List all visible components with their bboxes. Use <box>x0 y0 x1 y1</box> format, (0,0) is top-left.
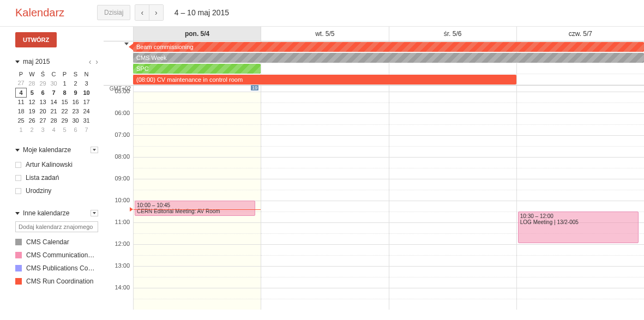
dow-header: P <box>16 69 27 79</box>
calendar-item[interactable]: CMS Communication… <box>15 249 98 262</box>
mini-day[interactable]: 2 <box>70 79 81 88</box>
hour-label: 05:00 <box>104 88 133 110</box>
dow-header: P <box>59 69 70 79</box>
mini-day[interactable]: 5 <box>59 125 70 134</box>
mini-day[interactable]: 26 <box>27 116 38 125</box>
create-button[interactable]: UTWÓRZ <box>15 32 57 47</box>
my-calendars-menu-icon[interactable] <box>91 147 98 153</box>
mini-day[interactable]: 18 <box>16 106 27 116</box>
day-header[interactable]: pon. 5/4 <box>133 27 261 41</box>
timed-event[interactable]: 10:00 – 10:45CERN Editorial Meeting: AV … <box>135 201 255 216</box>
mini-day[interactable]: 7 <box>49 88 59 97</box>
mini-day[interactable]: 27 <box>16 79 27 88</box>
mini-day[interactable]: 25 <box>16 116 27 125</box>
today-button[interactable]: Dzisiaj <box>97 5 130 20</box>
mini-day[interactable]: 7 <box>81 125 92 134</box>
mini-day[interactable]: 29 <box>59 116 70 125</box>
mini-day[interactable]: 19 <box>27 106 38 116</box>
mini-day[interactable]: 5 <box>27 88 38 97</box>
calendar-checkbox[interactable] <box>15 175 21 181</box>
calendar-item[interactable]: CMS Run Coordination <box>15 275 98 288</box>
dow-header: S <box>70 69 81 79</box>
mini-day[interactable]: 29 <box>38 79 49 88</box>
hour-label: 10:00 <box>104 197 133 219</box>
mini-day[interactable]: 20 <box>38 106 49 116</box>
mini-day[interactable]: 4 <box>49 125 59 134</box>
mini-day[interactable]: 3 <box>38 125 49 134</box>
other-calendars-title: Inne kalendarze <box>23 209 91 217</box>
other-calendars-menu-icon[interactable] <box>91 210 98 216</box>
next-button[interactable]: › <box>149 5 163 20</box>
day-column[interactable]: 10:30 – 12:00LOG Meeting | 13/2-005 <box>516 92 644 310</box>
mini-day[interactable]: 16 <box>70 97 81 106</box>
calendar-item[interactable]: Artur Kalinowski <box>15 158 98 171</box>
allday-event[interactable]: SPC <box>133 64 261 74</box>
calendar-checkbox[interactable] <box>15 188 21 194</box>
mini-next-icon[interactable]: › <box>95 57 98 66</box>
mini-day[interactable]: 28 <box>49 116 59 125</box>
calendar-item[interactable]: Lista zadań <box>15 171 98 184</box>
calendar-label: Urodziny <box>26 187 51 195</box>
date-badge: 19 <box>251 85 258 90</box>
calendar-checkbox[interactable] <box>15 239 22 245</box>
mini-day[interactable]: 15 <box>59 97 70 106</box>
calendar-label: Artur Kalinowski <box>26 161 73 168</box>
mini-day[interactable]: 30 <box>70 116 81 125</box>
mini-calendar[interactable]: PWŚCPSN272829301234567891011121314151617… <box>15 69 92 134</box>
mini-day[interactable]: 9 <box>70 88 81 97</box>
timed-event[interactable]: 10:30 – 12:00LOG Meeting | 13/2-005 <box>518 212 639 243</box>
expand-allday-icon[interactable] <box>124 43 129 45</box>
calendar-item[interactable]: CMS Calendar <box>15 236 98 249</box>
allday-event[interactable]: Beam commissioning <box>133 42 644 52</box>
mini-day[interactable]: 6 <box>38 88 49 97</box>
mini-day[interactable]: 12 <box>27 97 38 106</box>
mini-day[interactable]: 3 <box>81 79 92 88</box>
mini-day[interactable]: 10 <box>81 88 92 97</box>
allday-event[interactable]: CMS Week <box>133 53 644 63</box>
mini-day[interactable]: 21 <box>49 106 59 116</box>
mini-day[interactable]: 17 <box>81 97 92 106</box>
mini-day[interactable]: 22 <box>59 106 70 116</box>
calendar-label: CMS Run Coordination <box>26 277 93 285</box>
calendar-label: CMS Communication… <box>26 251 94 259</box>
app-logo[interactable]: Kalendarz <box>15 7 64 19</box>
calendar-checkbox[interactable] <box>15 265 22 271</box>
mini-day[interactable]: 31 <box>81 116 92 125</box>
dow-header: W <box>27 69 38 79</box>
day-header[interactable]: śr. 5/6 <box>389 27 516 41</box>
mini-prev-icon[interactable]: ‹ <box>89 57 92 66</box>
prev-button[interactable]: ‹ <box>135 5 149 20</box>
add-friend-input[interactable] <box>15 221 98 232</box>
mini-cal-title: maj 2015 <box>23 58 89 65</box>
mini-day[interactable]: 23 <box>70 106 81 116</box>
mini-day[interactable]: 8 <box>59 88 70 97</box>
caret-down-icon[interactable] <box>15 61 20 63</box>
caret-down-icon[interactable] <box>15 212 20 215</box>
mini-day[interactable]: 28 <box>27 79 38 88</box>
calendar-checkbox[interactable] <box>15 278 22 285</box>
calendar-checkbox[interactable] <box>15 162 21 168</box>
mini-day[interactable]: 13 <box>38 97 49 106</box>
mini-day[interactable]: 27 <box>38 116 49 125</box>
dow-header: Ś <box>38 69 49 79</box>
mini-day[interactable]: 14 <box>49 97 59 106</box>
event-time: 10:30 – 12:00 <box>520 213 636 219</box>
calendar-item[interactable]: CMS Publications Co… <box>15 262 98 275</box>
mini-day[interactable]: 1 <box>16 125 27 134</box>
mini-day[interactable]: 11 <box>16 97 27 106</box>
day-column[interactable] <box>261 92 388 310</box>
calendar-item[interactable]: Urodziny <box>15 184 98 197</box>
day-header[interactable]: wt. 5/5 <box>261 27 388 41</box>
caret-down-icon[interactable] <box>15 149 20 152</box>
day-column[interactable] <box>389 92 516 310</box>
mini-day[interactable]: 30 <box>49 79 59 88</box>
mini-day[interactable]: 6 <box>70 125 81 134</box>
day-header[interactable]: czw. 5/7 <box>516 27 644 41</box>
mini-day[interactable]: 2 <box>27 125 38 134</box>
day-column[interactable]: 10:00 – 10:45CERN Editorial Meeting: AV … <box>133 92 261 310</box>
mini-day[interactable]: 24 <box>81 106 92 116</box>
calendar-checkbox[interactable] <box>15 252 22 258</box>
mini-day[interactable]: 1 <box>59 79 70 88</box>
mini-day[interactable]: 4 <box>16 88 27 97</box>
allday-event[interactable]: (08:00) CV maintenance in control room <box>133 75 516 84</box>
